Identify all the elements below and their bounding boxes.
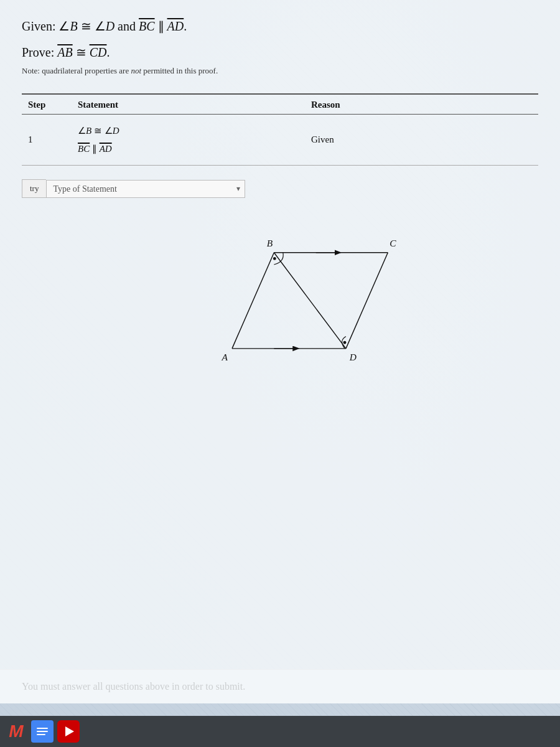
note-italic: not bbox=[131, 66, 141, 75]
try-button[interactable]: try bbox=[22, 179, 46, 198]
given-label: Given: bbox=[22, 19, 55, 33]
docs-lines-icon bbox=[37, 728, 48, 735]
svg-line-4 bbox=[274, 253, 346, 349]
statement-line-1: ∠B ≅ ∠D bbox=[78, 122, 305, 140]
dropdown-wrapper[interactable]: Type of Statement bbox=[46, 180, 245, 198]
label-A: A bbox=[222, 352, 228, 362]
svg-line-2 bbox=[346, 253, 388, 349]
diagram-container: A B C D bbox=[22, 217, 538, 378]
label-D: D bbox=[349, 352, 357, 362]
label-B: B bbox=[267, 238, 273, 248]
svg-line-0 bbox=[232, 253, 274, 349]
docs-line-2 bbox=[37, 731, 48, 732]
table-row: 1 ∠B ≅ ∠D BC ∥ AD Given bbox=[22, 115, 538, 165]
docs-line-1 bbox=[37, 728, 48, 729]
label-C: C bbox=[390, 238, 396, 248]
taskbar: M bbox=[0, 716, 560, 747]
step-cell: 1 bbox=[22, 134, 72, 145]
svg-point-7 bbox=[273, 257, 276, 260]
taskbar-docs-icon[interactable] bbox=[31, 720, 54, 743]
col-statement-header: Statement bbox=[72, 100, 305, 110]
prove-content: AB ≅ CD. bbox=[57, 45, 110, 59]
proof-table-header: Step Statement Reason bbox=[22, 95, 538, 115]
geometry-diagram: A B C D bbox=[149, 217, 411, 378]
given-content: ∠B ≅ ∠D and BC ∥ AD. bbox=[58, 19, 187, 33]
taskbar-youtube-icon[interactable] bbox=[57, 720, 80, 743]
taskbar-gmail-icon[interactable]: M bbox=[5, 720, 27, 743]
type-of-statement-dropdown[interactable]: Type of Statement bbox=[46, 180, 245, 198]
youtube-play-icon bbox=[65, 726, 74, 736]
col-reason-header: Reason bbox=[305, 100, 538, 110]
col-step-header: Step bbox=[22, 100, 72, 110]
given-line: Given: ∠B ≅ ∠D and BC ∥ AD. bbox=[22, 19, 538, 34]
statement-line-2: BC ∥ AD bbox=[78, 140, 305, 158]
svg-point-8 bbox=[343, 341, 347, 344]
try-row: try Type of Statement bbox=[22, 179, 538, 198]
prove-line: Prove: AB ≅ CD. bbox=[22, 45, 538, 60]
gmail-letter: M bbox=[9, 721, 23, 741]
proof-table: Step Statement Reason 1 ∠B ≅ ∠D BC ∥ AD … bbox=[22, 93, 538, 166]
main-content: Given: ∠B ≅ ∠D and BC ∥ AD. Prove: AB ≅ … bbox=[0, 0, 560, 703]
reason-cell: Given bbox=[305, 134, 538, 145]
note-line: Note: quadrilateral properties are not p… bbox=[22, 66, 538, 76]
docs-line-3 bbox=[37, 734, 45, 735]
prove-label: Prove: bbox=[22, 45, 54, 59]
statement-cell: ∠B ≅ ∠D BC ∥ AD bbox=[72, 122, 305, 157]
